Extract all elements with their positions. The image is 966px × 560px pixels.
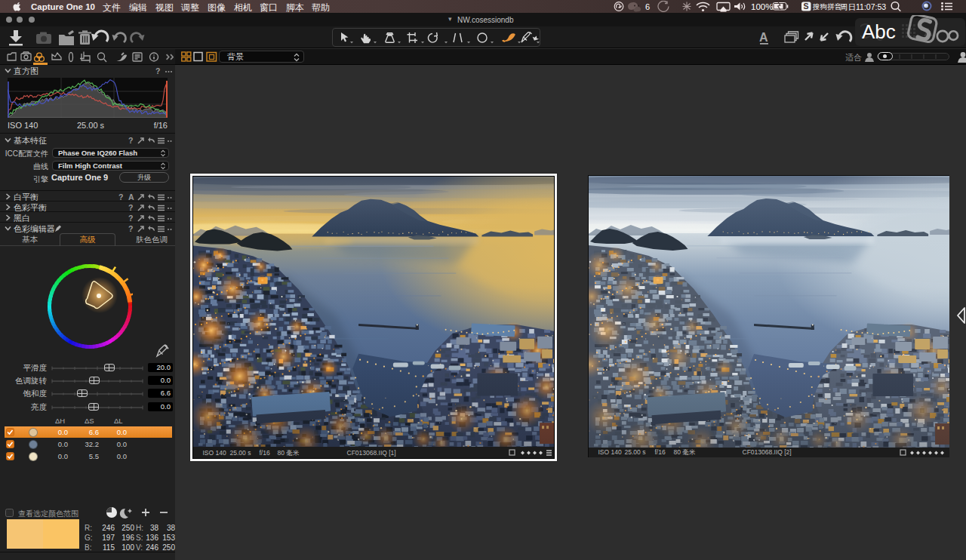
svg-text:?: ? [128, 224, 133, 233]
svg-text:6: 6 [645, 2, 650, 11]
svg-text:S: S [804, 2, 809, 11]
svg-text:搜狗拼音: 搜狗拼音 [812, 2, 842, 11]
svg-text:周日11:07:53: 周日11:07:53 [840, 2, 886, 11]
svg-text:?: ? [155, 66, 160, 75]
svg-text:A: A [759, 31, 768, 44]
svg-text:?: ? [128, 136, 133, 145]
svg-text:100%: 100% [751, 2, 773, 11]
